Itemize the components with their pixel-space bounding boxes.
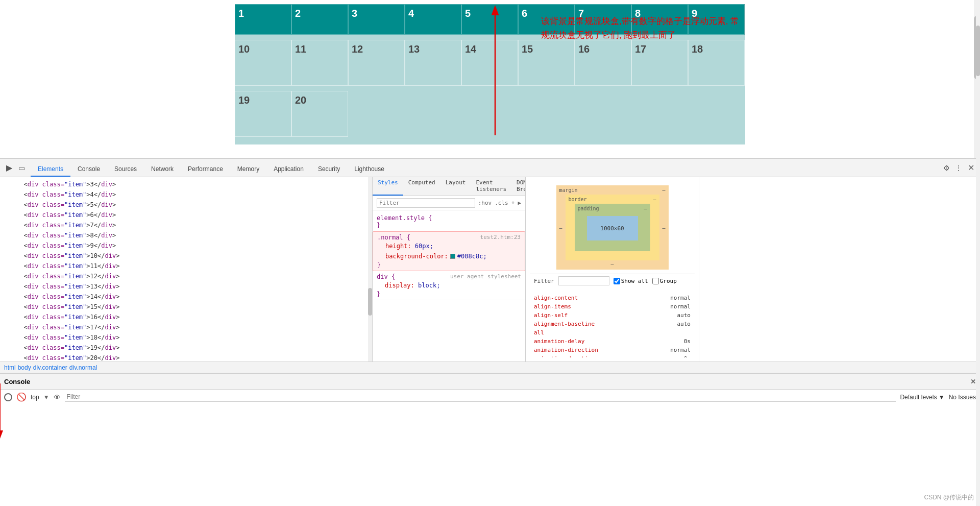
float-cell-20: 20 xyxy=(291,91,348,137)
bm-border-label: border xyxy=(569,197,587,202)
code-item-17[interactable]: <div class="item">17</div> xyxy=(0,322,372,332)
default-levels-btn[interactable]: Default levels ▼ xyxy=(900,394,944,401)
toggle-icon[interactable]: ▶ xyxy=(518,200,521,206)
prop-animation-direction: animation-direction normal xyxy=(534,346,691,354)
code-item-9[interactable]: <div class="item">9</div> xyxy=(0,240,372,251)
cursor-icon[interactable]: ▶ xyxy=(4,163,14,173)
float-cell-2: 2 xyxy=(291,4,348,35)
rule-normal-source: test2.htm:23 xyxy=(480,234,521,241)
prop-height: height: 60px; xyxy=(377,241,521,251)
code-item-13[interactable]: <div class="item">13</div> xyxy=(0,281,372,292)
elements-content[interactable]: <div class="item">3</div> <div class="it… xyxy=(0,177,372,362)
color-swatch xyxy=(450,254,455,259)
prop-align-items: align-items normal xyxy=(534,302,691,311)
devtools-panel: ▶ ▭ Elements Console Sources Network Per… xyxy=(0,158,980,373)
styles-filter-row: :hov .cls + ▶ xyxy=(373,196,525,210)
eye-icon[interactable]: 👁 xyxy=(54,393,61,401)
float-cell-17: 17 xyxy=(631,40,688,86)
code-item-6[interactable]: <div class="item">6</div> xyxy=(0,210,372,220)
float-cell-13: 13 xyxy=(405,40,461,86)
code-item-20[interactable]: <div class="item">20</div> xyxy=(0,353,372,362)
code-item-14[interactable]: <div class="item">14</div> xyxy=(0,292,372,302)
settings-icon[interactable]: ⚙ xyxy=(941,163,951,173)
prop-align-self: align-self auto xyxy=(534,311,691,320)
code-item-5[interactable]: <div class="item">5</div> xyxy=(0,200,372,210)
bm-content: 1000×60 xyxy=(587,216,638,240)
tab-sources[interactable]: Sources xyxy=(107,162,144,177)
float-cell-11: 11 xyxy=(291,40,348,86)
tab-network[interactable]: Network xyxy=(144,162,181,177)
tab-computed[interactable]: Computed xyxy=(403,177,440,196)
elements-panel: <div class="item">3</div> <div class="it… xyxy=(0,177,373,362)
code-item-8[interactable]: <div class="item">8</div> xyxy=(0,230,372,240)
tab-application[interactable]: Application xyxy=(266,162,311,177)
bm-bottom-minus: – xyxy=(610,261,614,267)
show-all-checkbox-label: Show all xyxy=(614,278,648,284)
circle-icon[interactable] xyxy=(4,393,12,401)
tab-console[interactable]: Console xyxy=(70,162,107,177)
console-filter-input[interactable] xyxy=(65,392,896,402)
float-cell-10: 10 xyxy=(235,40,291,86)
bm-right-minus: – xyxy=(662,225,665,230)
more-icon[interactable]: ⋮ xyxy=(953,163,964,173)
console-bar: Console ✕ xyxy=(0,373,980,389)
code-item-19[interactable]: <div class="item">19</div> xyxy=(0,343,372,353)
device-icon[interactable]: ▭ xyxy=(16,163,27,173)
group-checkbox[interactable] xyxy=(652,278,659,284)
breadcrumb-container[interactable]: div.container xyxy=(33,364,67,371)
rule-normal-selector: .normal { xyxy=(377,234,410,241)
float-cell-1: 1 xyxy=(235,4,291,35)
tab-styles[interactable]: Styles xyxy=(373,177,403,196)
close-icon[interactable]: ✕ xyxy=(966,163,976,173)
no-issues-badge[interactable]: No Issues xyxy=(949,394,976,401)
rule-agent-source: user agent stylesheet xyxy=(450,273,521,280)
filter-label: Filter xyxy=(534,278,554,284)
code-item-15[interactable]: <div class="item">15</div> xyxy=(0,302,372,312)
prop-all: all xyxy=(534,328,691,337)
pseudo-filter[interactable]: :hov xyxy=(478,200,492,206)
level-arrow: ▼ xyxy=(43,394,50,401)
prohibit-icon[interactable]: 🚫 xyxy=(16,392,27,402)
prop-animation-duration: animation-duration 0s xyxy=(534,354,691,357)
show-all-checkbox[interactable] xyxy=(614,278,620,284)
level-label[interactable]: top xyxy=(31,394,39,401)
code-item-16[interactable]: <div class="item">16</div> xyxy=(0,312,372,322)
tab-layout[interactable]: Layout xyxy=(440,177,471,196)
prop-bg-color: background-color: #008c8c; xyxy=(377,251,521,261)
tab-security[interactable]: Security xyxy=(311,162,347,177)
remaining-panel xyxy=(699,177,980,362)
rule-element-style: element.style { } xyxy=(373,212,525,231)
elements-scrollbar[interactable] xyxy=(368,177,372,362)
tab-dom-breakpoints[interactable]: DOM Breakpoints xyxy=(511,177,526,196)
code-item-3[interactable]: <div class="item">3</div> xyxy=(0,179,372,189)
tab-elements[interactable]: Elements xyxy=(31,162,70,177)
code-item-10[interactable]: <div class="item">10</div> xyxy=(0,251,372,261)
code-item-18[interactable]: <div class="item">18</div> xyxy=(0,332,372,343)
code-item-7[interactable]: <div class="item">7</div> xyxy=(0,220,372,230)
add-style-icon[interactable]: + xyxy=(511,200,515,206)
tab-memory[interactable]: Memory xyxy=(230,162,266,177)
float-cell-19: 19 xyxy=(235,91,291,137)
code-item-11[interactable]: <div class="item">11</div> xyxy=(0,261,372,271)
box-model-panel: margin – border – padding – 1 xyxy=(526,177,699,362)
devtools-body: <div class="item">3</div> <div class="it… xyxy=(0,177,980,362)
code-item-12[interactable]: <div class="item">12</div> xyxy=(0,271,372,281)
csdn-watermark: CSDN @传说中的 xyxy=(924,493,974,502)
prop-alignment-baseline: alignment-baseline auto xyxy=(534,320,691,328)
cls-filter[interactable]: .cls xyxy=(495,200,508,206)
tab-event-listeners[interactable]: Event listeners xyxy=(471,177,511,196)
computed-filter-input[interactable] xyxy=(558,276,609,285)
tab-performance[interactable]: Performance xyxy=(181,162,230,177)
tab-lighthouse[interactable]: Lighthouse xyxy=(347,162,391,177)
breadcrumb-html[interactable]: html xyxy=(4,364,16,371)
float-cell-16: 16 xyxy=(575,40,631,86)
console-close-btn[interactable]: ✕ xyxy=(970,378,976,385)
breadcrumb-body[interactable]: body xyxy=(18,364,31,371)
styles-filter-input[interactable] xyxy=(377,198,475,208)
computed-props-list: align-content normal align-items normal … xyxy=(530,292,695,357)
code-item-4[interactable]: <div class="item">4</div> xyxy=(0,189,372,200)
breadcrumb-normal[interactable]: div.normal xyxy=(69,364,97,371)
demo-page: 1 2 3 4 5 6 7 8 9 10 11 12 13 14 15 16 1… xyxy=(0,0,980,158)
console-label[interactable]: Console xyxy=(4,378,30,385)
float-cell-4: 4 xyxy=(405,4,461,35)
